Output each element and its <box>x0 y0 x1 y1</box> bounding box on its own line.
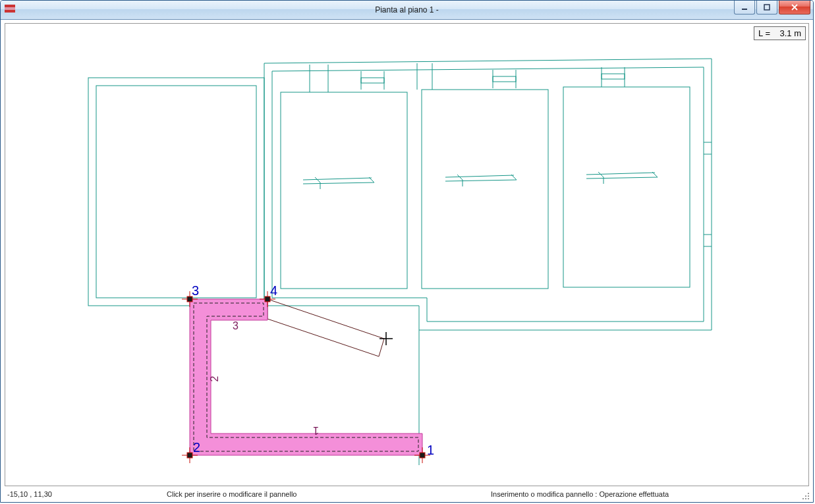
status-coords: -15,10 , 11,30 <box>3 488 163 501</box>
svg-rect-10 <box>563 87 690 287</box>
svg-rect-48 <box>808 498 809 499</box>
minimize-button[interactable] <box>734 1 755 14</box>
svg-rect-47 <box>805 498 806 499</box>
svg-rect-7 <box>96 86 256 298</box>
node-label-1: 1 <box>427 443 434 458</box>
drawing-canvas[interactable]: L = 3.1 m <box>5 23 809 486</box>
statusbar: -15,10 , 11,30 Click per inserire o modi… <box>3 488 810 501</box>
window-title: Pianta al piano 1 - <box>1 1 813 19</box>
svg-rect-20 <box>493 76 516 82</box>
node-label-4: 4 <box>270 283 277 298</box>
window-controls <box>733 1 810 14</box>
resize-grip-icon[interactable] <box>800 490 810 501</box>
close-button[interactable] <box>779 1 810 14</box>
status-mode: Inserimento o modifica pannello : Operaz… <box>487 488 800 501</box>
svg-rect-40 <box>420 453 425 458</box>
svg-rect-44 <box>805 495 806 497</box>
svg-rect-4 <box>742 9 747 10</box>
titlebar[interactable]: Pianta al piano 1 - <box>1 1 813 20</box>
status-hint: Click per inserire o modificare il panne… <box>163 488 487 501</box>
edge-label-3: 3 <box>233 320 239 332</box>
maximize-button[interactable] <box>756 1 777 14</box>
svg-rect-6 <box>88 78 264 306</box>
app-window: Pianta al piano 1 - L = 3.1 m <box>0 0 814 503</box>
selected-wall <box>190 299 422 455</box>
crosshair-cursor <box>379 332 393 345</box>
node-label-3: 3 <box>192 283 199 298</box>
svg-rect-46 <box>802 498 804 499</box>
floorplan-svg <box>5 24 809 486</box>
edge-label-1: 1 <box>313 424 319 436</box>
svg-rect-15 <box>361 78 384 83</box>
svg-rect-43 <box>808 493 809 494</box>
svg-rect-5 <box>764 5 770 10</box>
svg-rect-8 <box>281 92 407 289</box>
svg-rect-45 <box>808 495 809 497</box>
edge-label-2: 2 <box>209 376 221 382</box>
rubberband-shape <box>267 299 384 356</box>
svg-rect-9 <box>422 90 548 289</box>
svg-rect-23 <box>602 74 625 79</box>
svg-rect-34 <box>265 296 270 302</box>
svg-rect-37 <box>187 453 192 458</box>
node-label-2: 2 <box>193 440 200 455</box>
